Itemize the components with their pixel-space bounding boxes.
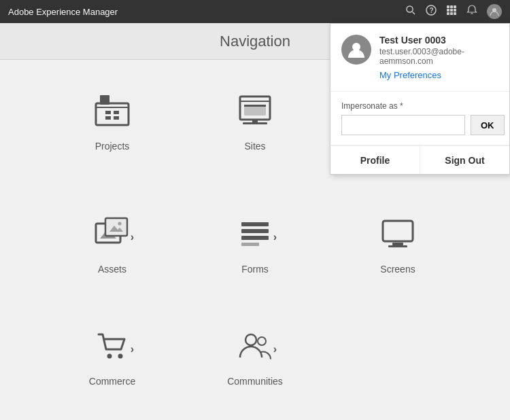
nav-item-projects[interactable]: Projects xyxy=(51,73,173,183)
impersonate-label: Impersonate as * xyxy=(341,101,498,111)
svg-rect-19 xyxy=(114,111,119,114)
topbar: Adobe Experience Manager ? xyxy=(0,0,510,23)
popup-user-info: Test User 0003 test.user.0003@adobe-aemm… xyxy=(379,35,498,80)
svg-rect-43 xyxy=(388,245,407,247)
nav-item-screens[interactable]: Screens xyxy=(337,196,459,295)
svg-rect-16 xyxy=(100,95,109,105)
svg-point-36 xyxy=(118,222,122,226)
svg-point-47 xyxy=(258,337,266,345)
signout-button[interactable]: Sign Out xyxy=(420,145,509,174)
svg-rect-12 xyxy=(454,12,456,15)
svg-rect-40 xyxy=(241,243,259,246)
help-icon[interactable]: ? xyxy=(426,5,437,18)
svg-rect-42 xyxy=(392,243,403,245)
communities-label: Communities xyxy=(227,376,283,387)
svg-rect-15 xyxy=(96,103,129,125)
app-title: Adobe Experience Manager xyxy=(8,7,118,17)
popup-email: test.user.0003@adobe-aemmson.com xyxy=(379,47,498,66)
svg-rect-10 xyxy=(447,12,449,15)
popup-avatar xyxy=(341,35,371,65)
svg-point-44 xyxy=(107,354,112,359)
svg-rect-11 xyxy=(450,12,453,15)
svg-text:?: ? xyxy=(430,7,434,14)
svg-rect-9 xyxy=(454,9,456,12)
svg-rect-5 xyxy=(450,5,453,8)
svg-point-0 xyxy=(407,6,413,12)
impersonate-row: OK xyxy=(341,115,498,135)
commerce-icon: › xyxy=(95,329,130,369)
svg-rect-8 xyxy=(450,9,453,12)
svg-rect-39 xyxy=(241,236,269,240)
nav-item-commerce[interactable]: › Commerce xyxy=(51,309,173,407)
svg-rect-41 xyxy=(383,221,413,241)
impersonate-ok-button[interactable]: OK xyxy=(471,115,505,135)
nav-item-communities[interactable]: › Communities xyxy=(194,309,316,407)
commerce-label: Commerce xyxy=(89,376,135,387)
popup-user-section: Test User 0003 test.user.0003@adobe-aemm… xyxy=(330,24,509,92)
assets-label: Assets xyxy=(98,264,126,275)
svg-rect-6 xyxy=(454,5,456,8)
svg-line-1 xyxy=(413,12,415,15)
sites-icon xyxy=(237,94,273,134)
sites-label: Sites xyxy=(244,141,265,152)
notifications-icon[interactable] xyxy=(466,5,477,18)
navigation-title: Navigation xyxy=(220,33,290,50)
svg-rect-17 xyxy=(105,111,111,114)
avatar[interactable] xyxy=(487,4,502,19)
svg-rect-20 xyxy=(114,116,119,120)
svg-rect-18 xyxy=(105,116,111,120)
svg-rect-4 xyxy=(447,5,449,8)
search-icon[interactable] xyxy=(405,5,416,18)
svg-point-45 xyxy=(118,354,123,359)
svg-rect-26 xyxy=(244,105,266,107)
nav-item-sites[interactable]: Sites xyxy=(194,73,316,183)
forms-label: Forms xyxy=(241,264,269,275)
svg-rect-37 xyxy=(241,222,269,226)
nav-item-forms[interactable]: › Forms xyxy=(194,196,316,295)
popup-username: Test User 0003 xyxy=(379,35,498,46)
my-preferences-link[interactable]: My Preferences xyxy=(379,70,498,80)
apps-icon[interactable] xyxy=(446,5,457,18)
svg-point-46 xyxy=(245,334,256,345)
projects-label: Projects xyxy=(95,141,130,152)
projects-icon xyxy=(95,94,130,134)
screens-icon xyxy=(380,217,415,257)
svg-rect-22 xyxy=(240,101,270,102)
svg-rect-7 xyxy=(447,9,449,12)
communities-icon: › xyxy=(237,329,273,369)
nav-item-assets[interactable]: › Assets xyxy=(51,196,173,295)
profile-popup: Test User 0003 test.user.0003@adobe-aemm… xyxy=(330,23,510,175)
svg-rect-38 xyxy=(241,229,269,233)
svg-rect-35 xyxy=(105,218,127,236)
profile-button[interactable]: Profile xyxy=(330,145,420,174)
popup-actions: Profile Sign Out xyxy=(330,145,509,174)
impersonate-input[interactable] xyxy=(341,115,465,135)
forms-icon: › xyxy=(237,217,273,257)
svg-rect-24 xyxy=(252,120,258,124)
assets-icon: › xyxy=(95,217,130,257)
popup-impersonate-section: Impersonate as * OK xyxy=(330,92,509,145)
screens-label: Screens xyxy=(380,264,415,275)
topbar-icons: ? xyxy=(405,4,502,19)
